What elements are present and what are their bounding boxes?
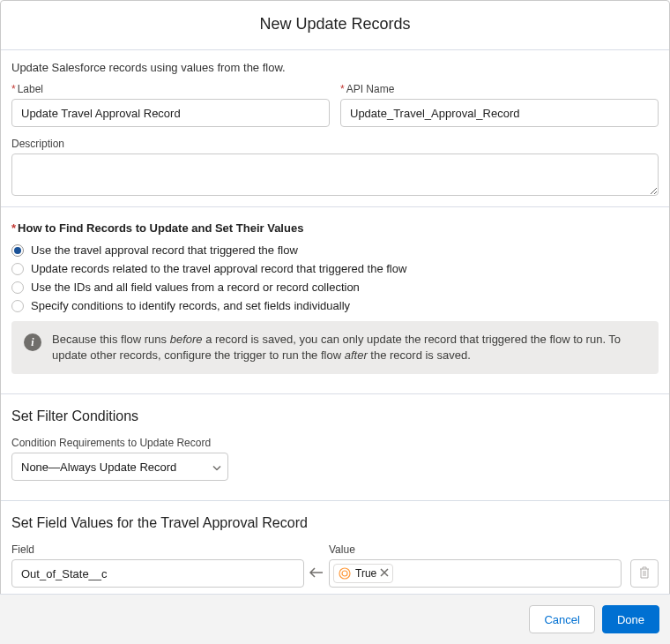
radio-icon	[11, 244, 24, 257]
modal-title: New Update Records	[1, 15, 669, 34]
field-col: Field	[11, 543, 304, 588]
radio-label: Use the travel approval record that trig…	[31, 243, 298, 257]
how-to-find-section: *How to Find Records to Update and Set T…	[1, 207, 669, 383]
label-api-row: *Label *API Name	[1, 83, 669, 127]
api-name-field-col: *API Name	[340, 83, 659, 127]
svg-point-1	[342, 571, 347, 576]
set-fields-title: Set Field Values for the Travel Approval…	[11, 515, 659, 531]
field-value-row: Field Value True	[11, 543, 659, 588]
modal-footer: Cancel Done	[0, 594, 670, 644]
pill-label: True	[355, 567, 376, 580]
value-label: Value	[329, 543, 622, 556]
modal-header: New Update Records	[1, 1, 669, 50]
filter-section: Set Filter Conditions Condition Requirem…	[1, 394, 669, 490]
info-text: Because this flow runs before a record i…	[52, 332, 646, 363]
modal-body: Update Salesforce records using values f…	[1, 50, 669, 637]
label-field-label: *Label	[11, 83, 330, 95]
label-field-col: *Label	[11, 83, 330, 127]
field-label: Field	[11, 543, 304, 556]
description-textarea[interactable]	[11, 154, 659, 196]
description-row: Description	[1, 138, 669, 196]
radio-label: Update records related to the travel app…	[31, 262, 406, 275]
arrow-left-icon	[309, 567, 324, 580]
radio-option-ids-fields[interactable]: Use the IDs and all field values from a …	[11, 281, 659, 294]
condition-req-select[interactable]: None—Always Update Record	[11, 453, 228, 481]
info-icon: i	[24, 333, 41, 351]
radio-icon	[11, 281, 24, 294]
arrow-col	[308, 567, 325, 588]
delete-row-button[interactable]	[630, 559, 659, 588]
required-indicator: *	[11, 83, 16, 95]
intro-text: Update Salesforce records using values f…	[1, 61, 669, 83]
field-input[interactable]	[11, 559, 304, 588]
radio-label: Specify conditions to identify records, …	[31, 299, 350, 312]
api-name-label: *API Name	[340, 83, 659, 95]
close-icon[interactable]	[380, 567, 389, 580]
radio-option-specify-conditions[interactable]: Specify conditions to identify records, …	[11, 299, 659, 312]
radio-label: Use the IDs and all field values from a …	[31, 281, 360, 294]
api-name-input[interactable]	[340, 99, 659, 127]
radio-option-related-records[interactable]: Update records related to the travel app…	[11, 262, 659, 275]
filter-title: Set Filter Conditions	[11, 408, 659, 424]
description-label: Description	[11, 138, 659, 150]
description-col: Description	[11, 138, 659, 196]
radio-icon	[11, 300, 24, 312]
value-pill[interactable]: True	[333, 564, 393, 583]
radio-option-triggered-record[interactable]: Use the travel approval record that trig…	[11, 243, 659, 257]
svg-point-0	[339, 568, 350, 579]
how-to-find-heading: *How to Find Records to Update and Set T…	[11, 221, 659, 235]
info-banner: i Because this flow runs before a record…	[11, 321, 659, 374]
cancel-button[interactable]: Cancel	[529, 605, 594, 633]
trash-icon	[638, 566, 651, 581]
required-indicator: *	[11, 221, 16, 235]
required-indicator: *	[340, 83, 345, 95]
label-input[interactable]	[11, 99, 330, 127]
value-col: Value True	[329, 543, 622, 588]
done-button[interactable]: Done	[602, 605, 659, 633]
condition-req-label: Condition Requirements to Update Record	[11, 437, 659, 449]
value-input[interactable]: True	[329, 559, 622, 588]
globalconstant-icon	[338, 566, 352, 580]
select-value: None—Always Update Record	[11, 453, 228, 481]
radio-icon	[11, 263, 24, 275]
